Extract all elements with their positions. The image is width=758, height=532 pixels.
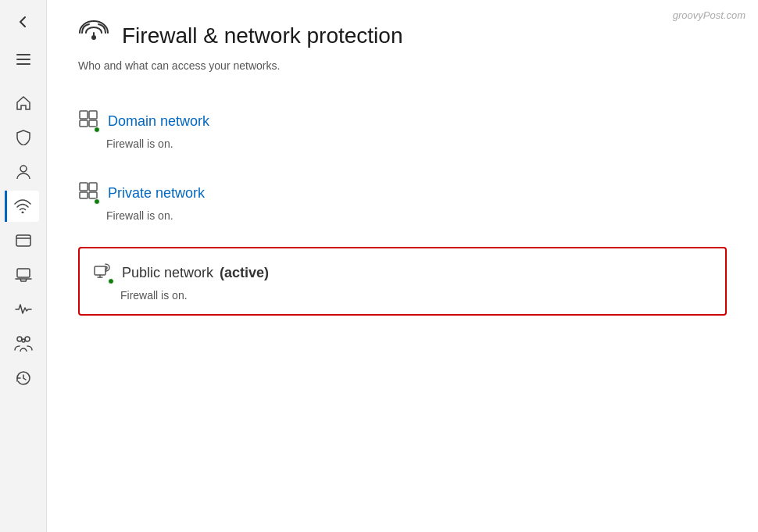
svg-rect-13 [89,111,97,119]
public-network-header: Public network (active) [92,261,713,284]
svg-rect-12 [80,111,88,119]
public-network-item[interactable]: Public network (active) Firewall is on. [78,247,727,316]
person-icon[interactable] [8,156,39,187]
public-network-icon [92,261,113,284]
svg-point-4 [22,212,24,214]
svg-rect-17 [89,183,97,191]
svg-rect-7 [17,269,30,277]
menu-icon[interactable] [8,44,39,75]
domain-network-status: Firewall is on. [106,137,727,150]
public-network-status: Firewall is on. [120,289,713,302]
page-title: Firewall & network protection [122,23,402,48]
private-network-status-dot [94,198,100,205]
svg-rect-18 [80,192,88,198]
laptop-icon[interactable] [8,259,39,291]
svg-rect-1 [16,59,30,60]
back-icon[interactable] [8,6,39,37]
svg-point-9 [25,337,30,341]
private-network-header: Private network [78,181,727,205]
domain-network-header: Domain network [78,109,727,133]
private-network-icon [78,181,98,205]
svg-rect-16 [80,183,88,191]
home-icon[interactable] [8,87,39,119]
svg-rect-20 [95,266,105,275]
health-icon[interactable] [8,294,39,325]
domain-network-name: Domain network [108,113,209,130]
domain-network-item[interactable]: Domain network Firewall is on. [78,97,727,162]
svg-rect-0 [16,54,30,55]
svg-point-10 [22,339,25,342]
svg-rect-15 [89,120,97,127]
firewall-header-icon [78,19,109,53]
shield-icon[interactable] [8,122,39,153]
domain-network-status-dot [94,127,100,133]
watermark: groovyPost.com [673,9,745,21]
private-network-status: Firewall is on. [106,209,727,222]
svg-rect-5 [16,235,30,246]
public-network-name: Public network [122,265,213,281]
window-icon[interactable] [8,225,39,256]
private-network-name: Private network [108,185,205,202]
private-network-item[interactable]: Private network Firewall is on. [78,169,727,234]
public-network-status-dot [108,278,114,284]
domain-network-icon [78,109,98,133]
public-network-active-badge: (active) [220,265,269,281]
main-content: groovyPost.com Firewall & network protec… [47,0,758,532]
family-icon[interactable] [8,328,39,359]
svg-point-3 [20,166,27,172]
sidebar [0,0,47,532]
svg-point-8 [17,337,22,341]
svg-rect-19 [89,192,97,198]
history-icon[interactable] [8,362,39,394]
page-subtitle: Who and what can access your networks. [78,59,727,72]
wifi-active-icon[interactable] [5,191,39,222]
page-header: Firewall & network protection [78,19,727,53]
svg-rect-2 [16,63,30,65]
svg-rect-14 [80,120,88,127]
